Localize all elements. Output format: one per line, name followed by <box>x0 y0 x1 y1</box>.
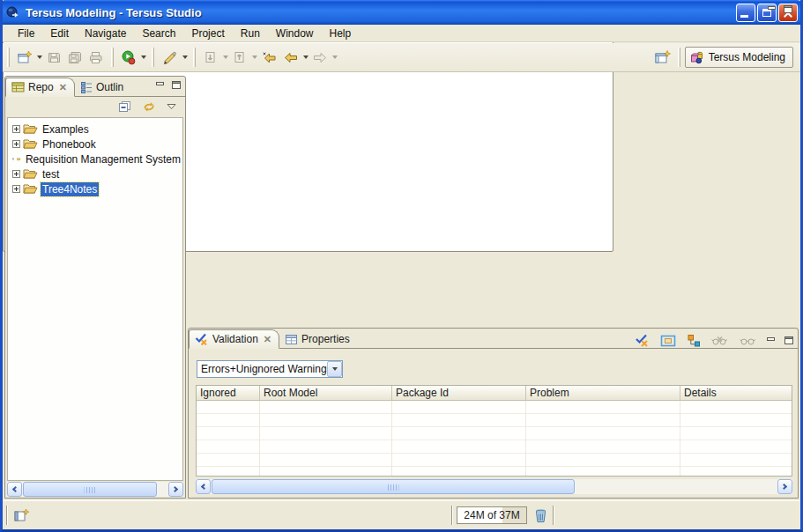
menu-edit[interactable]: Edit <box>42 26 77 41</box>
menu-navigate[interactable]: Navigate <box>77 26 134 41</box>
print-icon <box>88 50 104 65</box>
expand-plus-icon[interactable] <box>12 185 20 193</box>
menu-help[interactable]: Help <box>322 26 360 41</box>
toolbar-separator <box>678 48 680 67</box>
validate-dropdown[interactable] <box>181 48 189 67</box>
scroll-thumb[interactable] <box>212 479 575 494</box>
tab-properties[interactable]: Properties <box>279 329 357 349</box>
sync-arrows-icon <box>142 100 156 113</box>
open-perspective-button[interactable] <box>651 47 673 68</box>
chevron-left-icon <box>201 484 207 490</box>
view-menu-button[interactable] <box>165 101 178 112</box>
tree-item-requisition-management-system[interactable]: Requisition Management System <box>8 151 182 166</box>
tree-item-label: Requisition Management System <box>24 152 182 166</box>
chevron-down-icon <box>223 55 228 59</box>
minimize-button[interactable] <box>736 4 755 22</box>
tree-item-tree4notes[interactable]: Tree4Notes <box>8 181 182 196</box>
new-wizard-button[interactable] <box>14 47 35 68</box>
tree-item-label: Examples <box>41 122 91 137</box>
menu-run[interactable]: Run <box>233 26 268 41</box>
menu-search[interactable]: Search <box>134 26 183 41</box>
column-header-ignored[interactable]: Ignored <box>197 386 260 400</box>
save-all-button[interactable] <box>64 47 86 68</box>
fast-view-button[interactable] <box>11 506 32 525</box>
previous-annotation-button[interactable] <box>229 47 250 68</box>
filter-dropdown[interactable]: Errors+Unignored Warnings <box>197 360 343 378</box>
garbage-collect-button[interactable] <box>532 506 549 525</box>
validate-pen-button[interactable] <box>159 47 181 68</box>
perspective-button-tersus-modeling[interactable]: Tersus Modeling <box>685 47 793 68</box>
validate-button[interactable] <box>633 332 651 349</box>
maximize-editor-button[interactable] <box>783 4 793 14</box>
validation-tab-row: Validation ✕ Properties <box>189 329 798 349</box>
menu-window[interactable]: Window <box>268 26 322 41</box>
back-button[interactable] <box>280 47 301 68</box>
minimize-view-button[interactable] <box>766 336 777 345</box>
forward-dropdown[interactable] <box>331 48 338 67</box>
expand-plus-icon[interactable] <box>12 140 20 148</box>
collapse-all-button[interactable] <box>116 99 133 115</box>
expand-plus-icon[interactable] <box>12 170 20 178</box>
show-ignored-button[interactable] <box>738 333 759 349</box>
folder-icon <box>23 123 38 135</box>
menu-file[interactable]: File <box>10 26 42 41</box>
hierarchy-icon <box>687 334 701 347</box>
dropdown-button[interactable] <box>327 361 342 377</box>
next-annotation-button[interactable] <box>200 47 221 68</box>
save-button[interactable] <box>43 47 64 68</box>
tab-validation[interactable]: Validation ✕ <box>189 329 279 349</box>
expand-plus-icon[interactable] <box>12 155 14 163</box>
show-in-editor-button[interactable] <box>658 333 678 349</box>
forward-arrow-icon <box>312 50 328 65</box>
back-dropdown[interactable] <box>301 48 309 67</box>
minimize-editor-button[interactable] <box>767 4 777 14</box>
repository-view: Repo ✕ Outlin <box>4 76 186 499</box>
previous-annotation-dropdown[interactable] <box>250 48 258 67</box>
close-icon[interactable]: ✕ <box>264 334 271 345</box>
chevron-down-icon <box>252 55 257 59</box>
next-annotation-dropdown[interactable] <box>221 48 229 67</box>
column-header-package-id[interactable]: Package Id <box>392 386 526 400</box>
chevron-right-icon <box>172 486 178 492</box>
application-window: Tersus Modeling - Tersus Studio File Edi… <box>0 0 803 532</box>
status-separator <box>451 506 453 525</box>
column-header-root-model[interactable]: Root Model <box>260 386 392 400</box>
maximize-view-button[interactable] <box>784 336 794 345</box>
tersus-modeling-icon <box>690 50 705 64</box>
expand-plus-icon[interactable] <box>12 125 20 133</box>
print-button[interactable] <box>86 47 107 68</box>
column-header-details[interactable]: Details <box>680 386 792 400</box>
forward-button[interactable] <box>309 47 331 68</box>
new-wizard-dropdown[interactable] <box>35 48 43 67</box>
scroll-thumb[interactable] <box>23 482 157 497</box>
ignore-problem-button[interactable] <box>710 333 731 349</box>
chevron-down-icon <box>182 55 188 59</box>
validation-horizontal-scrollbar[interactable] <box>196 479 792 494</box>
tab-repository[interactable]: Repo ✕ <box>5 78 75 97</box>
explorer-local-toolbar <box>5 97 185 115</box>
scroll-right-button[interactable] <box>168 482 183 497</box>
link-with-editor-button[interactable] <box>140 99 158 115</box>
chevron-down-icon <box>332 55 338 59</box>
close-icon[interactable]: ✕ <box>59 82 67 93</box>
run-button[interactable] <box>118 47 139 68</box>
tree-item-phonebook[interactable]: Phonebook <box>8 137 182 151</box>
tree-item-test[interactable]: test <box>8 166 182 181</box>
minimize-view-button[interactable] <box>155 80 166 90</box>
scroll-right-button[interactable] <box>777 479 792 494</box>
perspective-label: Tersus Modeling <box>709 51 785 63</box>
scroll-left-button[interactable] <box>7 482 22 497</box>
trash-icon <box>534 508 547 523</box>
tree-item-examples[interactable]: Examples <box>8 122 182 137</box>
column-header-problem[interactable]: Problem <box>526 386 680 400</box>
last-edit-location-button[interactable] <box>258 47 280 68</box>
tab-outline[interactable]: Outlin <box>75 78 130 97</box>
hierarchy-button[interactable] <box>685 332 703 349</box>
main-toolbar: Tersus Modeling <box>3 43 800 72</box>
explorer-horizontal-scrollbar[interactable] <box>7 482 183 497</box>
chevron-down-icon <box>37 55 42 59</box>
run-dropdown[interactable] <box>139 48 147 67</box>
menu-project[interactable]: Project <box>183 26 232 41</box>
maximize-view-button[interactable] <box>171 80 182 90</box>
scroll-left-button[interactable] <box>196 479 211 494</box>
